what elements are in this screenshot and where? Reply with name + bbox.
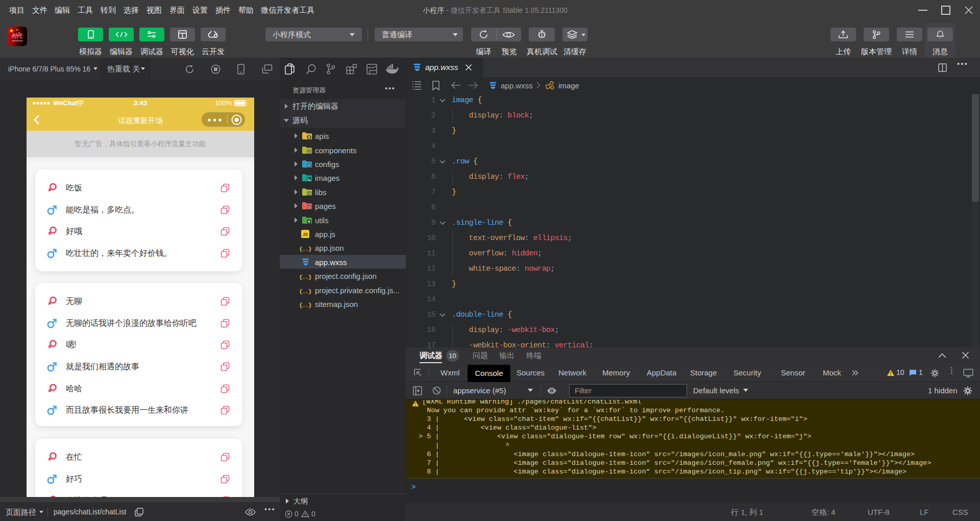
svg-text:JS: JS	[303, 232, 308, 237]
